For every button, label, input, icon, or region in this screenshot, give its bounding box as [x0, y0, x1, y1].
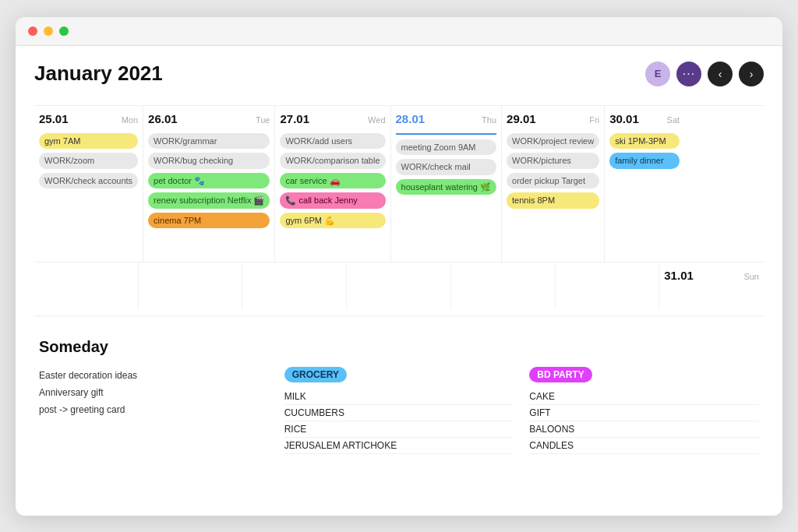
bottom-day-empty — [347, 262, 451, 309]
day-col-sat: 30.01Satski 1PM-3PMfamily dinner — [605, 106, 684, 262]
day-header: 27.01Wed — [280, 112, 385, 125]
day-col-fri: 29.01FriWORK/project reviewWORK/pictures… — [502, 106, 605, 262]
minimize-button[interactable] — [44, 26, 53, 36]
event-item[interactable]: houseplant watering 🌿 — [396, 179, 497, 196]
list-badge: BD PARTY — [529, 367, 591, 382]
someday-list-item[interactable]: JERUSALEM ARTICHOKE — [284, 438, 514, 454]
day-col-sun: 31.01Sun — [659, 262, 764, 309]
list-badge: GROCERY — [284, 367, 347, 382]
event-item[interactable]: WORK/comparison table — [280, 153, 385, 169]
bottom-day-empty — [139, 262, 243, 309]
someday-list-item[interactable]: MILK — [284, 389, 514, 405]
header-row: January 2021 E ··· ‹ › — [34, 62, 764, 86]
event-item[interactable]: cinema 7PM — [148, 213, 270, 229]
someday-col-3: BD PARTYCAKEGIFTBALOONSCANDLES — [529, 367, 759, 454]
someday-list-item[interactable]: GIFT — [529, 405, 759, 421]
someday-item[interactable]: Anniversary gift — [39, 384, 269, 401]
bottom-day-empty — [34, 262, 139, 309]
page-title: January 2021 — [34, 62, 163, 86]
calendar-grid: 25.01Mongym 7AMWORK/zoomWORK/check accou… — [34, 105, 764, 262]
day-name: Wed — [368, 115, 385, 125]
someday-col-1: Easter decoration ideasAnniversary giftp… — [39, 367, 269, 454]
event-item[interactable]: WORK/bug checking — [148, 153, 270, 169]
day-number: 26.01 — [148, 112, 178, 125]
day-number: 30.01 — [609, 112, 639, 125]
event-item[interactable]: WORK/pictures — [507, 153, 599, 169]
day-number: 31.01 — [664, 269, 694, 282]
day-col-wed: 27.01WedWORK/add usersWORK/comparison ta… — [275, 106, 390, 262]
event-item[interactable]: WORK/add users — [280, 133, 385, 150]
event-item[interactable]: ski 1PM-3PM — [609, 133, 680, 150]
day-name: Fri — [589, 115, 599, 125]
day-number: 29.01 — [507, 112, 536, 125]
menu-button[interactable]: ··· — [676, 62, 701, 86]
day-name: Mon — [122, 115, 138, 125]
event-item[interactable]: WORK/check accounts — [39, 173, 138, 189]
event-item[interactable]: gym 6PM 💪 — [280, 213, 385, 229]
day-name: Tue — [256, 115, 270, 125]
day-name: Thu — [482, 115, 496, 125]
someday-section: Someday Easter decoration ideasAnniversa… — [34, 322, 764, 462]
today-line — [396, 133, 497, 135]
event-item[interactable]: WORK/grammar — [148, 133, 270, 150]
section-divider — [34, 315, 764, 316]
event-item[interactable]: WORK/check mail — [396, 159, 497, 175]
day-col-thu: 28.01Thumeeting Zoom 9AMWORK/check mailh… — [391, 106, 503, 262]
main-content: January 2021 E ··· ‹ › 25.01Mongym 7AMWO… — [16, 46, 782, 477]
next-button[interactable]: › — [739, 62, 764, 86]
maximize-button[interactable] — [59, 26, 69, 36]
avatar[interactable]: E — [645, 62, 670, 86]
someday-item[interactable]: Easter decoration ideas — [39, 367, 269, 384]
someday-list-item[interactable]: RICE — [284, 421, 514, 438]
titlebar — [16, 17, 782, 46]
someday-list-item[interactable]: CUCUMBERS — [284, 405, 514, 421]
event-item[interactable]: order pickup Target — [507, 173, 599, 189]
close-button[interactable] — [28, 26, 37, 36]
event-item[interactable]: meeting Zoom 9AM — [396, 139, 497, 156]
day-number: 27.01 — [280, 112, 309, 125]
bottom-row: 31.01Sun — [34, 262, 764, 309]
day-number: 28.01 — [396, 112, 425, 125]
day-name: Sat — [667, 115, 680, 125]
event-item[interactable]: WORK/zoom — [39, 153, 138, 169]
event-item[interactable]: pet doctor 🐾 — [148, 173, 270, 189]
prev-button[interactable]: ‹ — [708, 62, 733, 86]
day-header: 30.01Sat — [609, 112, 680, 125]
someday-col-2: GROCERYMILKCUCUMBERSRICEJERUSALEM ARTICH… — [284, 367, 514, 454]
day-name: Sun — [743, 272, 759, 281]
event-item[interactable]: family dinner — [609, 153, 680, 169]
someday-item[interactable]: post -> greeting card — [39, 401, 269, 418]
day-header: 31.01Sun — [664, 269, 759, 282]
event-item[interactable]: renew subscription Netflix 🎬 — [148, 192, 270, 209]
someday-title: Someday — [39, 338, 759, 356]
event-item[interactable]: gym 7AM — [39, 133, 138, 150]
day-col-tue: 26.01TueWORK/grammarWORK/bug checkingpet… — [143, 106, 275, 262]
event-item[interactable]: 📞 call back Jenny — [280, 192, 385, 209]
day-number: 25.01 — [39, 112, 69, 125]
someday-list-item[interactable]: CANDLES — [529, 438, 759, 454]
day-header: 29.01Fri — [507, 112, 599, 125]
bottom-day-empty — [556, 262, 660, 309]
someday-list-item[interactable]: CAKE — [529, 389, 759, 405]
day-col-mon: 25.01Mongym 7AMWORK/zoomWORK/check accou… — [34, 106, 143, 262]
day-header: 26.01Tue — [148, 112, 270, 125]
bottom-day-empty — [242, 262, 347, 309]
event-item[interactable]: WORK/project review — [507, 133, 599, 150]
bottom-day-empty — [451, 262, 556, 309]
event-item[interactable]: tennis 8PM — [507, 192, 599, 209]
someday-list-item[interactable]: BALOONS — [529, 421, 759, 438]
day-header: 25.01Mon — [39, 112, 138, 125]
someday-grid: Easter decoration ideasAnniversary giftp… — [39, 367, 759, 454]
day-header: 28.01Thu — [396, 112, 497, 125]
app-window: January 2021 E ··· ‹ › 25.01Mongym 7AMWO… — [16, 17, 782, 516]
header-controls: E ··· ‹ › — [645, 62, 764, 86]
event-item[interactable]: car service 🚗 — [280, 173, 385, 189]
